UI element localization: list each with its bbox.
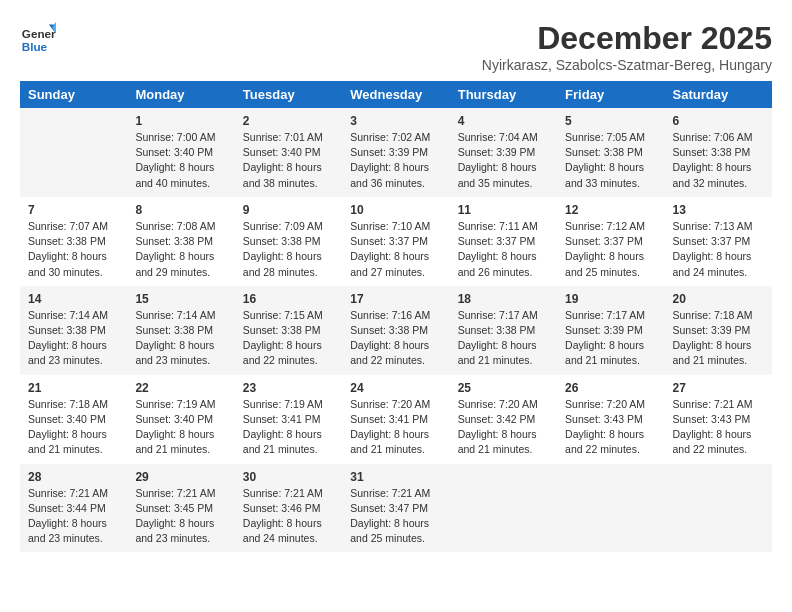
title-block: December 2025 Nyirkarasz, Szabolcs-Szatm…	[482, 20, 772, 73]
day-number: 31	[350, 470, 441, 484]
week-row-2: 7Sunrise: 7:07 AMSunset: 3:38 PMDaylight…	[20, 197, 772, 286]
calendar-table: SundayMondayTuesdayWednesdayThursdayFrid…	[20, 81, 772, 552]
calendar-cell: 9Sunrise: 7:09 AMSunset: 3:38 PMDaylight…	[235, 197, 342, 286]
day-info: Sunrise: 7:04 AMSunset: 3:39 PMDaylight:…	[458, 130, 549, 191]
calendar-cell: 5Sunrise: 7:05 AMSunset: 3:38 PMDaylight…	[557, 108, 664, 197]
calendar-cell: 27Sunrise: 7:21 AMSunset: 3:43 PMDayligh…	[665, 375, 772, 464]
day-number: 19	[565, 292, 656, 306]
weekday-header-saturday: Saturday	[665, 81, 772, 108]
location: Nyirkarasz, Szabolcs-Szatmar-Bereg, Hung…	[482, 57, 772, 73]
weekday-header-sunday: Sunday	[20, 81, 127, 108]
calendar-cell: 30Sunrise: 7:21 AMSunset: 3:46 PMDayligh…	[235, 464, 342, 553]
day-number: 21	[28, 381, 119, 395]
calendar-cell: 25Sunrise: 7:20 AMSunset: 3:42 PMDayligh…	[450, 375, 557, 464]
day-number: 1	[135, 114, 226, 128]
day-info: Sunrise: 7:08 AMSunset: 3:38 PMDaylight:…	[135, 219, 226, 280]
calendar-cell: 6Sunrise: 7:06 AMSunset: 3:38 PMDaylight…	[665, 108, 772, 197]
day-info: Sunrise: 7:17 AMSunset: 3:39 PMDaylight:…	[565, 308, 656, 369]
logo-icon: General Blue	[20, 20, 56, 56]
day-info: Sunrise: 7:18 AMSunset: 3:39 PMDaylight:…	[673, 308, 764, 369]
calendar-cell	[557, 464, 664, 553]
day-info: Sunrise: 7:10 AMSunset: 3:37 PMDaylight:…	[350, 219, 441, 280]
day-number: 24	[350, 381, 441, 395]
day-number: 22	[135, 381, 226, 395]
day-info: Sunrise: 7:19 AMSunset: 3:40 PMDaylight:…	[135, 397, 226, 458]
week-row-1: 1Sunrise: 7:00 AMSunset: 3:40 PMDaylight…	[20, 108, 772, 197]
day-number: 9	[243, 203, 334, 217]
day-number: 28	[28, 470, 119, 484]
calendar-cell: 16Sunrise: 7:15 AMSunset: 3:38 PMDayligh…	[235, 286, 342, 375]
day-number: 10	[350, 203, 441, 217]
day-info: Sunrise: 7:17 AMSunset: 3:38 PMDaylight:…	[458, 308, 549, 369]
calendar-cell: 24Sunrise: 7:20 AMSunset: 3:41 PMDayligh…	[342, 375, 449, 464]
calendar-cell: 19Sunrise: 7:17 AMSunset: 3:39 PMDayligh…	[557, 286, 664, 375]
day-info: Sunrise: 7:20 AMSunset: 3:43 PMDaylight:…	[565, 397, 656, 458]
day-number: 16	[243, 292, 334, 306]
calendar-cell: 15Sunrise: 7:14 AMSunset: 3:38 PMDayligh…	[127, 286, 234, 375]
weekday-header-row: SundayMondayTuesdayWednesdayThursdayFrid…	[20, 81, 772, 108]
weekday-header-monday: Monday	[127, 81, 234, 108]
day-number: 18	[458, 292, 549, 306]
calendar-cell: 13Sunrise: 7:13 AMSunset: 3:37 PMDayligh…	[665, 197, 772, 286]
day-info: Sunrise: 7:13 AMSunset: 3:37 PMDaylight:…	[673, 219, 764, 280]
calendar-cell: 28Sunrise: 7:21 AMSunset: 3:44 PMDayligh…	[20, 464, 127, 553]
day-info: Sunrise: 7:11 AMSunset: 3:37 PMDaylight:…	[458, 219, 549, 280]
calendar-cell: 23Sunrise: 7:19 AMSunset: 3:41 PMDayligh…	[235, 375, 342, 464]
day-number: 2	[243, 114, 334, 128]
day-info: Sunrise: 7:19 AMSunset: 3:41 PMDaylight:…	[243, 397, 334, 458]
calendar-cell: 11Sunrise: 7:11 AMSunset: 3:37 PMDayligh…	[450, 197, 557, 286]
day-number: 29	[135, 470, 226, 484]
weekday-header-wednesday: Wednesday	[342, 81, 449, 108]
logo: General Blue	[20, 20, 58, 56]
calendar-cell: 18Sunrise: 7:17 AMSunset: 3:38 PMDayligh…	[450, 286, 557, 375]
calendar-cell: 17Sunrise: 7:16 AMSunset: 3:38 PMDayligh…	[342, 286, 449, 375]
day-number: 25	[458, 381, 549, 395]
weekday-header-thursday: Thursday	[450, 81, 557, 108]
week-row-5: 28Sunrise: 7:21 AMSunset: 3:44 PMDayligh…	[20, 464, 772, 553]
svg-text:Blue: Blue	[22, 40, 48, 53]
page-header: General Blue December 2025 Nyirkarasz, S…	[20, 20, 772, 73]
calendar-cell	[450, 464, 557, 553]
calendar-cell: 12Sunrise: 7:12 AMSunset: 3:37 PMDayligh…	[557, 197, 664, 286]
day-number: 30	[243, 470, 334, 484]
calendar-cell: 4Sunrise: 7:04 AMSunset: 3:39 PMDaylight…	[450, 108, 557, 197]
week-row-4: 21Sunrise: 7:18 AMSunset: 3:40 PMDayligh…	[20, 375, 772, 464]
day-info: Sunrise: 7:21 AMSunset: 3:43 PMDaylight:…	[673, 397, 764, 458]
day-number: 13	[673, 203, 764, 217]
day-info: Sunrise: 7:20 AMSunset: 3:41 PMDaylight:…	[350, 397, 441, 458]
day-info: Sunrise: 7:14 AMSunset: 3:38 PMDaylight:…	[135, 308, 226, 369]
day-info: Sunrise: 7:16 AMSunset: 3:38 PMDaylight:…	[350, 308, 441, 369]
calendar-cell: 29Sunrise: 7:21 AMSunset: 3:45 PMDayligh…	[127, 464, 234, 553]
day-info: Sunrise: 7:00 AMSunset: 3:40 PMDaylight:…	[135, 130, 226, 191]
calendar-cell	[665, 464, 772, 553]
weekday-header-tuesday: Tuesday	[235, 81, 342, 108]
day-number: 5	[565, 114, 656, 128]
day-info: Sunrise: 7:06 AMSunset: 3:38 PMDaylight:…	[673, 130, 764, 191]
day-number: 14	[28, 292, 119, 306]
day-number: 27	[673, 381, 764, 395]
day-info: Sunrise: 7:12 AMSunset: 3:37 PMDaylight:…	[565, 219, 656, 280]
weekday-header-friday: Friday	[557, 81, 664, 108]
day-info: Sunrise: 7:02 AMSunset: 3:39 PMDaylight:…	[350, 130, 441, 191]
day-info: Sunrise: 7:21 AMSunset: 3:44 PMDaylight:…	[28, 486, 119, 547]
day-number: 6	[673, 114, 764, 128]
day-info: Sunrise: 7:01 AMSunset: 3:40 PMDaylight:…	[243, 130, 334, 191]
day-number: 26	[565, 381, 656, 395]
day-number: 20	[673, 292, 764, 306]
calendar-cell: 22Sunrise: 7:19 AMSunset: 3:40 PMDayligh…	[127, 375, 234, 464]
calendar-cell: 21Sunrise: 7:18 AMSunset: 3:40 PMDayligh…	[20, 375, 127, 464]
calendar-cell: 20Sunrise: 7:18 AMSunset: 3:39 PMDayligh…	[665, 286, 772, 375]
calendar-cell: 14Sunrise: 7:14 AMSunset: 3:38 PMDayligh…	[20, 286, 127, 375]
day-number: 3	[350, 114, 441, 128]
day-number: 12	[565, 203, 656, 217]
calendar-cell: 7Sunrise: 7:07 AMSunset: 3:38 PMDaylight…	[20, 197, 127, 286]
day-info: Sunrise: 7:15 AMSunset: 3:38 PMDaylight:…	[243, 308, 334, 369]
day-info: Sunrise: 7:18 AMSunset: 3:40 PMDaylight:…	[28, 397, 119, 458]
month-title: December 2025	[482, 20, 772, 57]
calendar-cell: 31Sunrise: 7:21 AMSunset: 3:47 PMDayligh…	[342, 464, 449, 553]
day-info: Sunrise: 7:14 AMSunset: 3:38 PMDaylight:…	[28, 308, 119, 369]
day-number: 7	[28, 203, 119, 217]
calendar-cell: 10Sunrise: 7:10 AMSunset: 3:37 PMDayligh…	[342, 197, 449, 286]
day-number: 8	[135, 203, 226, 217]
day-number: 15	[135, 292, 226, 306]
